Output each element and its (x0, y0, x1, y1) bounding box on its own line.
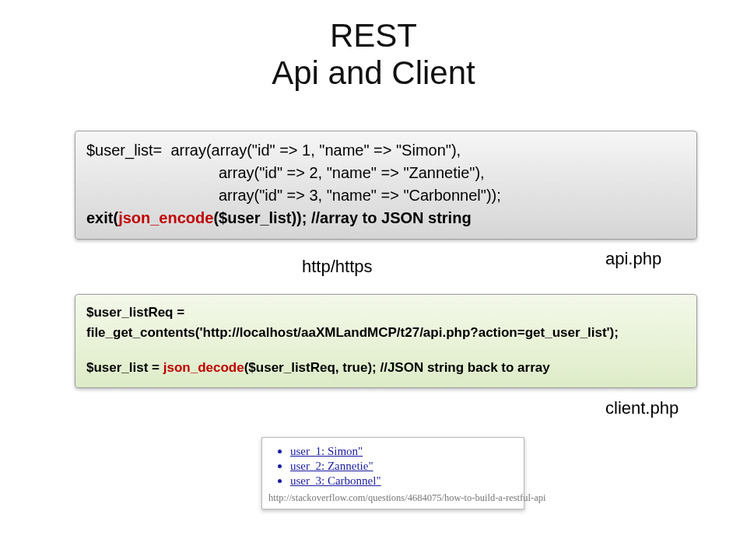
api-code-line-3: array("id" => 3, "name" => "Carbonnel"))… (86, 184, 686, 207)
label-api-php: api.php (605, 249, 661, 269)
api-code-line-1: $user_list= array(array("id" => 1, "name… (86, 139, 686, 162)
label-client-php: client.php (605, 398, 679, 418)
api-code-line-4: exit(json_encode($user_list)); //array t… (86, 207, 686, 229)
list-item: user_3: Carbonnel" (290, 474, 517, 488)
label-http: http/https (302, 257, 373, 277)
client-code-line-1: $user_listReq = (86, 303, 686, 323)
list-item: user_1: Simon" (290, 444, 517, 458)
output-link[interactable]: user_3: Carbonnel" (290, 474, 381, 487)
client-code-line-3: $user_list = json_decode($user_listReq, … (86, 358, 686, 378)
code-box-api: $user_list= array(array("id" => 1, "name… (75, 131, 697, 240)
api-code-line-2: array("id" => 2, "name" => "Zannetie"), (86, 162, 686, 184)
output-link[interactable]: user_1: Simon" (290, 445, 363, 457)
title-line-2: Api and Client (272, 54, 475, 91)
spacer (86, 344, 686, 358)
output-list: user_1: Simon" user_2: Zannetie" user_3:… (268, 444, 517, 488)
title-line-1: REST (330, 17, 417, 54)
client-code-line-2: file_get_contents('http://localhost/aaXM… (86, 323, 686, 343)
output-panel: user_1: Simon" user_2: Zannetie" user_3:… (261, 437, 524, 509)
slide: REST Api and Client $user_list= array(ar… (0, 0, 747, 560)
list-item: user_2: Zannetie" (290, 459, 517, 473)
output-source-url: http://stackoverflow.com/questions/46840… (268, 492, 517, 504)
output-link[interactable]: user_2: Zannetie" (290, 460, 374, 472)
slide-title: REST Api and Client (0, 17, 747, 93)
code-box-client: $user_listReq = file_get_contents('http:… (75, 294, 697, 388)
